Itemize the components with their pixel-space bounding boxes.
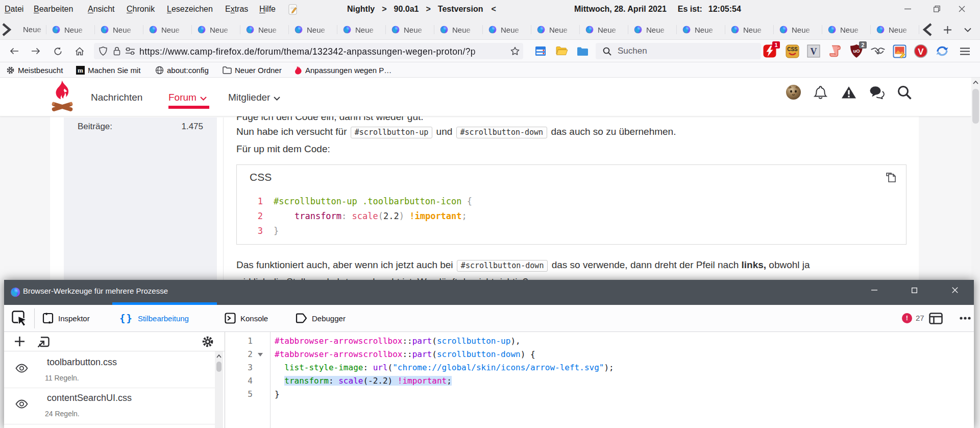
error-count-badge[interactable]: ! (902, 313, 912, 323)
stylesheet-list-scrollbar[interactable] (215, 351, 223, 428)
devtools-tab-inspektor[interactable]: Inspektor (42, 305, 90, 331)
tab[interactable]: Neue (192, 19, 240, 40)
campfire-logo[interactable] (51, 80, 74, 115)
extension-sync-icon[interactable] (935, 44, 949, 58)
window-restore-button[interactable] (925, 0, 948, 17)
menu-extras[interactable]: Extras (225, 5, 248, 14)
bookmark-meistbesucht[interactable]: Meistbesucht (6, 62, 63, 78)
stylesheet-name[interactable]: toolbarbutton.css (47, 357, 117, 368)
url-bar[interactable]: https://www.camp-firefox.de/forum/thema/… (94, 43, 523, 59)
extension-userscript-icon[interactable] (828, 44, 842, 58)
tab[interactable]: Neue (386, 19, 434, 40)
visibility-eye-icon[interactable] (15, 399, 28, 409)
scrollbar-thumb[interactable] (216, 362, 222, 372)
folder-open-icon[interactable] (554, 44, 570, 58)
bookmark-list-icon[interactable] (533, 44, 548, 58)
back-button[interactable] (7, 44, 22, 58)
devtools-tab-stilbearbeitung[interactable]: {} Stilbearbeitung (119, 305, 189, 331)
tab[interactable]: Neue (95, 19, 143, 40)
tab[interactable]: Neue (774, 19, 822, 40)
lock-icon[interactable] (113, 46, 120, 56)
devtools-maximize-button[interactable] (902, 280, 926, 300)
url-text[interactable]: https://www.camp-firefox.de/forum/thema/… (139, 46, 500, 57)
devtools-minimize-button[interactable] (863, 280, 886, 300)
new-stylesheet-button[interactable] (14, 336, 26, 347)
conversations-chat-icon[interactable] (869, 86, 885, 99)
tab[interactable]: Neue (47, 19, 94, 40)
post-paragraph: Nun habe ich versucht für #scrollbutton-… (236, 125, 676, 139)
styleeditor-options-gear-icon[interactable] (202, 336, 214, 348)
tab[interactable]: Neue (677, 19, 725, 40)
forum-nav-nachrichten[interactable]: Nachrichten (91, 92, 142, 103)
meatball-menu-button[interactable] (960, 305, 971, 331)
menu-datei[interactable]: Datei (5, 5, 23, 14)
tab[interactable]: Neue (435, 19, 482, 40)
extension-lightning-icon[interactable]: 1 (763, 44, 777, 58)
shield-icon[interactable] (99, 46, 107, 56)
folder-blue-icon[interactable] (575, 44, 590, 58)
user-avatar[interactable] (786, 85, 801, 100)
dock-layout-button[interactable] (929, 305, 943, 331)
home-button[interactable] (72, 44, 87, 58)
tab[interactable]: Neue (483, 19, 531, 40)
window-close-button[interactable] (950, 0, 973, 17)
css-source-editor[interactable]: 1#tabbrowser-arrowscrollbox::part(scroll… (225, 332, 974, 428)
devtools-tab-konsole[interactable]: Konsole (225, 305, 268, 331)
tab[interactable]: Neue (629, 19, 676, 40)
tab-partial[interactable]: Neue (12, 19, 46, 40)
extension-screenshot-icon[interactable] (892, 44, 906, 58)
hamburger-menu-icon[interactable] (958, 44, 972, 58)
extension-ublock-icon[interactable]: uO 2 (849, 44, 864, 58)
visibility-eye-icon[interactable] (15, 364, 28, 373)
menu-lesezeichen[interactable]: Lesezeichen (167, 5, 213, 14)
tab-list-dropdown-button[interactable] (960, 19, 976, 40)
devtools-tab-debugger[interactable]: Debugger (296, 305, 346, 331)
bookmark-neuer-ordner[interactable]: Neuer Ordner (223, 62, 282, 78)
extension-v-icon[interactable]: V (914, 44, 928, 58)
post-paragraph: Das funktioniert auch, aber wenn ich jet… (236, 258, 810, 272)
tab[interactable]: Neue (289, 19, 337, 40)
extension-vimium-icon[interactable]: V (806, 44, 821, 58)
forum-nav-forum[interactable]: Forum (168, 92, 207, 103)
node-picker-button[interactable] (12, 305, 28, 331)
forward-button[interactable] (28, 44, 43, 58)
bookmark-machen-sie-mit[interactable]: m Machen Sie mit (76, 62, 140, 78)
tab[interactable]: Neue (241, 19, 288, 40)
tab-scroll-left-button[interactable] (0, 19, 12, 40)
notepad-icon[interactable] (287, 4, 299, 16)
firefox-nightly-icon (10, 287, 20, 297)
tab[interactable]: Neue (532, 19, 579, 40)
new-tab-button[interactable] (939, 19, 955, 40)
import-stylesheet-button[interactable] (37, 335, 51, 348)
reload-button[interactable] (50, 44, 65, 58)
menu-ansicht[interactable]: Ansicht (88, 5, 114, 14)
bookmark-anpassungen[interactable]: Anpassungen wegen P… (295, 62, 391, 78)
menu-chronik[interactable]: Chronik (127, 5, 155, 14)
stylesheet-name[interactable]: contentSearchUI.css (47, 393, 132, 403)
scrollbar-up-arrow[interactable] (971, 78, 980, 87)
search-bar[interactable]: Suchen (596, 43, 761, 59)
extension-stylus-icon[interactable]: CSS (785, 44, 799, 58)
tab[interactable]: Neue (823, 19, 870, 40)
devtools-close-button[interactable] (943, 280, 967, 300)
menu-hilfe[interactable]: Hilfe (259, 5, 276, 14)
tab[interactable]: Neue (871, 19, 919, 40)
tab-scroll-right-button[interactable] (921, 19, 935, 40)
tab[interactable]: Neue (144, 19, 191, 40)
moderation-warning-icon[interactable] (841, 86, 856, 99)
bookmark-about-config[interactable]: about:config (155, 62, 209, 78)
tab[interactable]: Neue (338, 19, 385, 40)
tab[interactable]: Neue (726, 19, 773, 40)
copy-icon[interactable] (885, 172, 897, 184)
bookmark-star-icon[interactable] (510, 46, 520, 56)
bookmarks-toolbar: Meistbesucht m Machen Sie mit about:conf… (0, 62, 980, 78)
tab[interactable]: Neue (580, 19, 628, 40)
scrollbar-thumb[interactable] (972, 89, 979, 124)
permissions-icon[interactable] (125, 47, 135, 55)
menu-bearbeiten[interactable]: Bearbeiten (34, 5, 73, 14)
search-icon[interactable] (897, 85, 912, 100)
extension-handshake-icon[interactable] (871, 44, 885, 58)
notifications-bell-icon[interactable] (814, 85, 827, 100)
window-minimize-button[interactable] (896, 0, 919, 17)
forum-nav-mitglieder[interactable]: Mitglieder (228, 92, 280, 103)
